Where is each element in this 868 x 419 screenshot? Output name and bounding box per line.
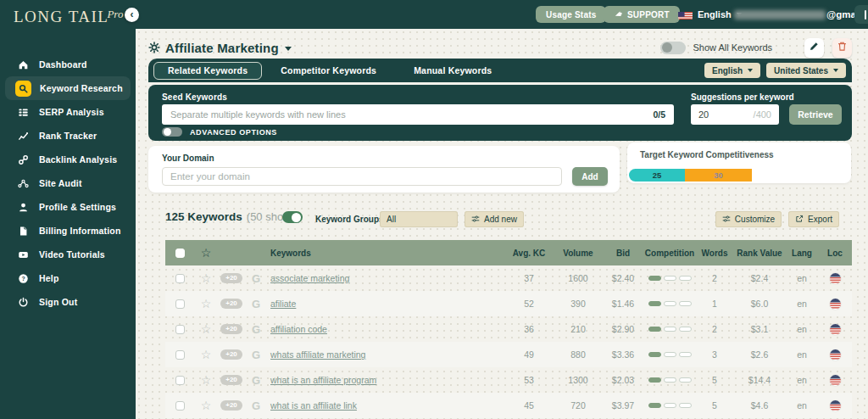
suggestions-per-keyword-input[interactable]: 20 /400 (691, 104, 779, 125)
related-count-badge[interactable]: +20 (220, 299, 242, 309)
row-checkbox[interactable] (175, 401, 185, 411)
sidebar-item-rank-tracker[interactable]: Rank Tracker (0, 124, 136, 148)
row-checkbox[interactable] (175, 274, 185, 283)
google-icon[interactable]: G (252, 399, 260, 412)
google-icon[interactable]: G (252, 349, 260, 361)
keywords-table: ☆ Keywords Avg. KC Volume Bid Competitio… (165, 240, 852, 418)
seed-keywords-field: 0/5 (162, 104, 674, 125)
support-button[interactable]: SUPPORT (604, 6, 680, 23)
keyword-link[interactable]: what is an affiliate link (270, 400, 357, 411)
star-icon[interactable]: ☆ (201, 322, 212, 336)
avg-kc-value: 37 (504, 273, 554, 283)
gear-icon[interactable] (148, 42, 160, 53)
competitiveness-bar[interactable]: 2530 (629, 169, 752, 182)
sidebar-item-serp-analysis[interactable]: SERP Analysis (0, 100, 136, 124)
google-icon[interactable]: G (252, 298, 260, 310)
star-icon[interactable]: ☆ (201, 246, 212, 260)
sidebar-item-site-audit[interactable]: Site Audit (0, 171, 136, 195)
keyword-groups-select[interactable]: All (380, 211, 458, 227)
related-count-badge[interactable]: +20 (220, 324, 242, 334)
sidebar-item-billing-information[interactable]: Billing Information (0, 219, 136, 243)
add-domain-button[interactable]: Add (572, 167, 608, 186)
filter-keywords-toggle[interactable] (282, 211, 303, 223)
add-new-group-button[interactable]: Add new (465, 211, 524, 227)
row-checkbox[interactable] (175, 325, 185, 334)
sidebar-item-backlink-analysis[interactable]: Backlink Analysis (0, 148, 136, 171)
seed-keywords-input[interactable] (162, 109, 653, 120)
search-icon (15, 81, 31, 97)
domain-input[interactable] (162, 167, 562, 186)
usage-stats-button[interactable]: Usage Stats (536, 6, 606, 23)
topbar-language-select[interactable]: English (678, 9, 742, 20)
retrieve-button[interactable]: Retrieve (789, 104, 842, 125)
keywords-toolbar: 125 Keywords (50 shown) Keyword Groups: … (148, 204, 852, 232)
sidebar-item-help[interactable]: ?Help (0, 266, 136, 290)
tab-related-keywords[interactable]: Related Keywords (153, 62, 262, 80)
google-icon[interactable]: G (252, 374, 260, 387)
keyword-link[interactable]: affiliation code (270, 324, 327, 334)
related-count-badge[interactable]: +20 (220, 273, 242, 283)
sidebar-item-dashboard[interactable]: Dashboard (0, 53, 136, 76)
seed-keywords-label: Seed Keywords (162, 92, 227, 102)
row-checkbox[interactable] (175, 299, 185, 309)
sidebar-item-keyword-research[interactable]: Keyword Research (5, 76, 131, 100)
col-header-bid[interactable]: Bid (603, 249, 643, 258)
star-icon[interactable]: ☆ (201, 399, 212, 412)
col-header-rank-value[interactable]: Rank Value (733, 249, 786, 258)
link-icon (15, 152, 31, 167)
customize-button[interactable]: Customize (715, 211, 782, 227)
tab-competitor-keywords[interactable]: Competitor Keywords (262, 65, 395, 75)
table-row: ☆+20Gassociate marketing371600$2.402$2.4… (165, 265, 852, 291)
col-header-loc[interactable]: Loc (818, 249, 852, 258)
col-header-words[interactable]: Words (696, 249, 733, 258)
related-count-badge[interactable]: +20 (220, 400, 242, 411)
related-count-badge[interactable]: +20 (220, 349, 242, 360)
select-all-checkbox[interactable] (175, 249, 185, 258)
sidebar-item-sign-out[interactable]: Sign Out (0, 290, 136, 314)
keyword-link[interactable]: whats affiliate marketing (270, 349, 365, 360)
suggestions-max: /400 (754, 109, 771, 120)
country-select[interactable]: United States (766, 63, 846, 78)
row-checkbox[interactable] (175, 350, 185, 360)
profile-menu-button[interactable] (854, 5, 868, 24)
export-button[interactable]: Export (788, 211, 839, 227)
row-checkbox[interactable] (175, 376, 185, 385)
sidebar-item-label: Keyword Research (40, 83, 123, 93)
advanced-options-toggle[interactable] (162, 127, 182, 137)
google-icon[interactable]: G (252, 272, 260, 285)
email-redacted (734, 10, 826, 20)
star-icon[interactable]: ☆ (201, 373, 212, 387)
advanced-options-label: ADVANCED OPTIONS (190, 128, 277, 137)
col-header-avg-kc[interactable]: Avg. KC (504, 249, 554, 258)
table-row: ☆+20Gwhat is an affiliate program531300$… (165, 367, 852, 393)
rank-value: $2.4 (733, 273, 786, 283)
lang-value: en (786, 324, 818, 334)
help-icon: ? (15, 271, 31, 286)
related-count-badge[interactable]: +20 (220, 375, 242, 385)
google-icon[interactable]: G (252, 323, 260, 336)
col-header-keywords[interactable]: Keywords (267, 249, 504, 258)
star-icon[interactable]: ☆ (201, 297, 212, 310)
sidebar-item-profile-settings[interactable]: Profile & Settings (0, 195, 136, 219)
avg-kc-value: 52 (504, 299, 554, 309)
star-icon[interactable]: ☆ (201, 271, 212, 285)
language-select[interactable]: English (704, 63, 760, 78)
col-header-volume[interactable]: Volume (554, 249, 603, 258)
keyword-link[interactable]: associate marketing (270, 273, 349, 283)
collapse-sidebar-button[interactable] (125, 8, 139, 22)
delete-project-button[interactable] (832, 38, 852, 58)
competitiveness-segment[interactable]: 30 (685, 169, 752, 182)
edit-project-button[interactable] (804, 38, 824, 58)
col-header-competition[interactable]: Competition (643, 249, 696, 258)
keyword-link[interactable]: afiliate (270, 299, 296, 309)
col-header-lang[interactable]: Lang (786, 249, 818, 258)
tab-manual-keywords[interactable]: Manual Keywords (395, 65, 510, 75)
page-title[interactable]: Affiliate Marketing (165, 41, 279, 55)
show-all-keywords-toggle[interactable] (660, 42, 686, 54)
competitiveness-segment[interactable]: 25 (629, 169, 685, 182)
sidebar-item-label: Dashboard (39, 59, 87, 70)
keyword-link[interactable]: what is an affiliate program (270, 375, 376, 385)
chevron-down-icon[interactable] (285, 47, 292, 51)
sidebar-item-video-tutorials[interactable]: Video Tutorials (0, 243, 136, 266)
star-icon[interactable]: ☆ (201, 348, 212, 361)
